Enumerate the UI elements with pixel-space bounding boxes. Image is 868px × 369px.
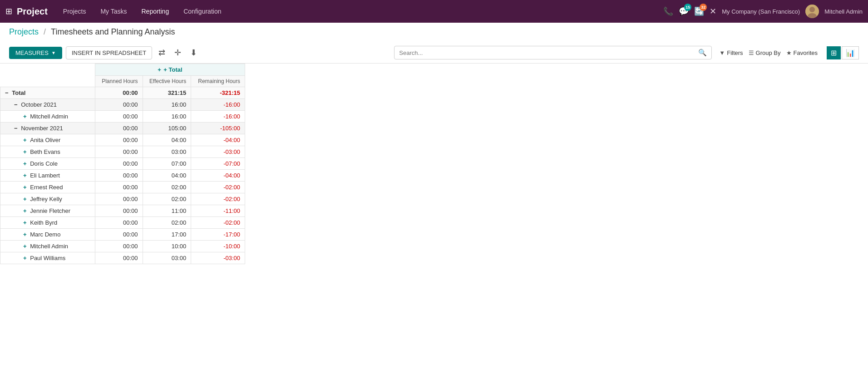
cell-remaining: -07:00 (191, 158, 245, 170)
breadcrumb-parent[interactable]: Projects (9, 27, 39, 36)
row-label[interactable]: + Mitchell Admin (0, 111, 95, 123)
row-label-text: Anita Oliver (30, 137, 60, 143)
expand-icon[interactable]: + (23, 196, 28, 202)
col-total-header[interactable]: + + Total (95, 64, 245, 76)
cell-remaining: -16:00 (191, 99, 245, 111)
add-icon-button[interactable]: ✛ (172, 46, 184, 59)
row-label[interactable]: − Total (0, 87, 95, 99)
cell-planned: 00:00 (95, 146, 143, 158)
row-label[interactable]: + Eli Lambert (0, 170, 95, 182)
row-label[interactable]: + Mitchell Admin (0, 241, 95, 252)
expand-icon[interactable]: + (23, 207, 28, 214)
close-icon[interactable]: ✕ (710, 6, 716, 16)
expand-icon[interactable]: + (23, 219, 28, 226)
row-label[interactable]: + Beth Evans (0, 146, 95, 158)
filters-button[interactable]: ▼ Filters (719, 49, 743, 56)
page-header: Projects / Timesheets and Planning Analy… (0, 23, 868, 42)
view-toggle: ⊞ 📊 (827, 46, 859, 59)
pivot-body: − Total00:00321:15-321:15− October 20210… (0, 87, 245, 264)
cell-effective: 07:00 (143, 158, 191, 170)
row-label[interactable]: + Jeffrey Kelly (0, 193, 95, 205)
expand-icon[interactable]: + (23, 184, 28, 191)
pivot-table-wrap[interactable]: + + Total Planned Hours Effective Hours … (0, 64, 868, 264)
expand-icon[interactable]: + (23, 113, 28, 120)
cell-planned: 00:00 (95, 87, 143, 99)
download-icon-button[interactable]: ⬇ (187, 46, 200, 59)
expand-icon[interactable]: + (23, 148, 28, 155)
search-input[interactable] (399, 49, 698, 56)
expand-icon[interactable]: + (23, 160, 28, 167)
cell-effective: 11:00 (143, 205, 191, 217)
table-row: + Anita Oliver00:0004:00-04:00 (0, 134, 245, 146)
filter-icon: ▼ (719, 49, 725, 56)
insert-spreadsheet-button[interactable]: INSERT IN SPREADSHEET (66, 46, 152, 59)
row-label[interactable]: + Paul Williams (0, 252, 95, 264)
measures-label: MEASURES (15, 49, 49, 56)
phone-icon[interactable]: 📞 (663, 6, 673, 16)
cell-remaining: -02:00 (191, 193, 245, 205)
row-label-text: Ernest Reed (30, 184, 63, 191)
cell-effective: 17:00 (143, 229, 191, 241)
group-by-button[interactable]: ☰ Group By (749, 49, 781, 56)
expand-icon[interactable]: + (23, 255, 28, 261)
cell-remaining: -04:00 (191, 134, 245, 146)
cell-effective: 16:00 (143, 111, 191, 123)
collapse-icon[interactable]: − (5, 89, 10, 96)
cell-remaining: -321:15 (191, 87, 245, 99)
search-box[interactable]: 🔍 (394, 46, 712, 59)
favorites-button[interactable]: ★ Favorites (786, 49, 818, 56)
chat-icon[interactable]: 💬 15 (679, 6, 689, 16)
row-label[interactable]: − November 2021 (0, 123, 95, 134)
cell-planned: 00:00 (95, 134, 143, 146)
nav-my-tasks[interactable]: My Tasks (94, 5, 133, 18)
groupby-icon: ☰ (749, 49, 754, 56)
cell-effective: 04:00 (143, 170, 191, 182)
cell-remaining: -02:00 (191, 182, 245, 193)
expand-icon[interactable]: + (23, 172, 28, 179)
collapse-icon[interactable]: − (14, 101, 19, 108)
row-label[interactable]: + Marc Demo (0, 229, 95, 241)
cell-effective: 03:00 (143, 146, 191, 158)
cell-remaining: -17:00 (191, 229, 245, 241)
main-content: + + Total Planned Hours Effective Hours … (0, 64, 868, 264)
collapse-icon[interactable]: − (14, 125, 19, 132)
table-row: + Beth Evans00:0003:00-03:00 (0, 146, 245, 158)
avatar[interactable] (805, 5, 819, 18)
left-controls: MEASURES ▼ INSERT IN SPREADSHEET ⇄ ✛ ⬇ (0, 42, 209, 63)
favorites-icon: ★ (786, 49, 792, 56)
table-row: + Mitchell Admin00:0016:00-16:00 (0, 111, 245, 123)
swap-icon-button[interactable]: ⇄ (156, 46, 168, 59)
nav-reporting[interactable]: Reporting (135, 5, 175, 18)
nav-projects[interactable]: Projects (57, 5, 93, 18)
row-label[interactable]: + Ernest Reed (0, 182, 95, 193)
row-label[interactable]: + Jennie Fletcher (0, 205, 95, 217)
cell-planned: 00:00 (95, 170, 143, 182)
expand-icon[interactable]: + (23, 231, 28, 238)
activity-icon[interactable]: 🔄 32 (694, 6, 704, 16)
chart-view-button[interactable]: 📊 (842, 46, 859, 59)
row-label-text: October 2021 (21, 101, 57, 108)
row-label[interactable]: + Doris Cole (0, 158, 95, 170)
search-icon[interactable]: 🔍 (698, 49, 707, 57)
col-header-row: + + Total (0, 64, 245, 76)
cell-planned: 00:00 (95, 123, 143, 134)
row-label[interactable]: − October 2021 (0, 99, 95, 111)
measures-button[interactable]: MEASURES ▼ (9, 47, 62, 59)
cell-planned: 00:00 (95, 241, 143, 252)
cell-effective: 105:00 (143, 123, 191, 134)
table-row: − October 202100:0016:00-16:00 (0, 99, 245, 111)
row-label[interactable]: + Keith Byrd (0, 217, 95, 229)
cell-planned: 00:00 (95, 252, 143, 264)
pivot-view-button[interactable]: ⊞ (827, 46, 841, 59)
expand-icon[interactable]: + (23, 243, 28, 250)
row-label[interactable]: + Anita Oliver (0, 134, 95, 146)
grid-icon[interactable]: ⊞ (5, 6, 12, 16)
cell-planned: 00:00 (95, 205, 143, 217)
row-label-text: Beth Evans (30, 148, 60, 155)
expand-icon[interactable]: + (23, 137, 28, 143)
cell-planned: 00:00 (95, 217, 143, 229)
nav-configuration[interactable]: Configuration (177, 5, 227, 18)
cell-planned: 00:00 (95, 193, 143, 205)
row-label-text: Mitchell Admin (30, 243, 68, 250)
cell-effective: 321:15 (143, 87, 191, 99)
